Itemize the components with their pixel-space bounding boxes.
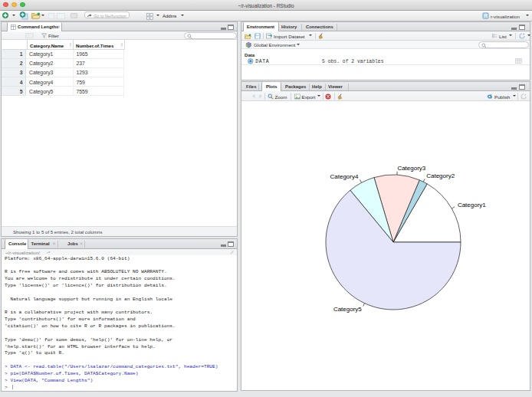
svg-text:Category4: Category4 bbox=[330, 173, 359, 180]
svg-text:Category2: Category2 bbox=[426, 172, 455, 179]
svg-text:R: R bbox=[484, 13, 488, 18]
svg-text:Category3: Category3 bbox=[397, 165, 425, 172]
svg-text:Category5: Category5 bbox=[333, 306, 362, 313]
svg-text:Category1: Category1 bbox=[458, 202, 486, 208]
